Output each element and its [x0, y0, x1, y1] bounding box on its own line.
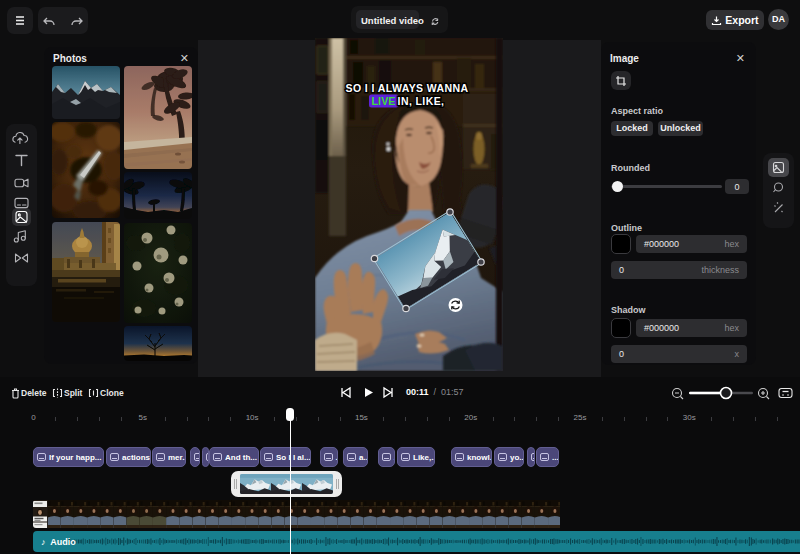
- svg-text:SO I I ALWAYS WANNA: SO I I ALWAYS WANNA: [346, 82, 469, 94]
- svg-text:LIVE: LIVE: [371, 95, 395, 107]
- svg-text:IN, LIKE,: IN, LIKE,: [398, 95, 445, 107]
